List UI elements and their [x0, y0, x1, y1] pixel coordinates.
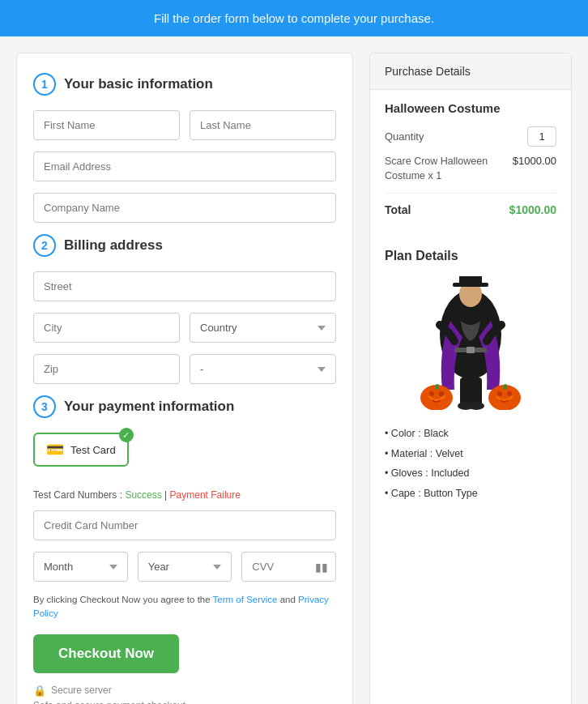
zip-input[interactable] [33, 354, 180, 384]
total-label: Total [385, 203, 411, 216]
email-input[interactable] [33, 151, 336, 181]
lock-icon: 🔒 [33, 685, 46, 697]
email-row [33, 151, 336, 181]
first-name-input[interactable] [33, 110, 180, 140]
section2-title: Billing address [64, 237, 163, 254]
right-panel: Purchase Details Halloween Costume Quant… [369, 53, 572, 704]
year-select[interactable]: Year 2024 2025 [138, 552, 232, 582]
purchase-content: Halloween Costume Quantity 1 Scare Crow … [370, 90, 571, 241]
terms-middle: and [280, 595, 298, 604]
left-panel: 1 Your basic information [16, 53, 353, 704]
terms-of-service-link[interactable]: Term of Service [213, 595, 278, 604]
svg-rect-6 [460, 378, 471, 406]
secure-server-text: Secure server [51, 685, 112, 696]
credit-card-icon: 💳 [46, 441, 64, 459]
item-price: $1000.00 [513, 155, 556, 167]
last-name-field [190, 110, 336, 140]
checkout-button[interactable]: Checkout Now [33, 634, 179, 673]
month-select[interactable]: Month 01 02 03 [33, 552, 128, 582]
month-field: Month 01 02 03 [33, 552, 128, 582]
year-field: Year 2024 2025 [138, 552, 232, 582]
card-option[interactable]: 💳 Test Card ✓ [33, 433, 129, 467]
last-name-input[interactable] [190, 110, 336, 140]
company-row [33, 193, 336, 223]
link-success[interactable]: Success [125, 489, 161, 501]
company-input[interactable] [33, 193, 336, 223]
section2-number: 2 [33, 234, 56, 257]
item-name: Scare Crow Halloween Costume x 1 [385, 155, 513, 183]
email-field [33, 151, 336, 181]
cvv-icon: ▮▮ [315, 561, 328, 574]
street-row [33, 271, 336, 301]
purchase-details-header: Purchase Details [370, 53, 571, 90]
svg-point-13 [439, 391, 444, 396]
month-year-cvv-row: Month 01 02 03 Year 2024 2025 ▮▮ [33, 552, 336, 582]
city-country-row: Country United States United Kingdom [33, 313, 336, 343]
total-amount: $1000.00 [509, 203, 556, 216]
link-failure[interactable]: Payment Failure [170, 489, 241, 501]
state-select[interactable]: - [190, 354, 336, 384]
item-row: Scare Crow Halloween Costume x 1 $1000.0… [385, 155, 556, 194]
credit-card-row [33, 510, 336, 540]
section3-header: 3 Your payment information [33, 395, 336, 418]
plan-details-title: Plan Details [370, 241, 571, 268]
svg-point-17 [507, 391, 512, 396]
svg-rect-7 [471, 378, 482, 406]
feature-material: • Material : Velvet [385, 445, 556, 463]
city-field [33, 313, 180, 343]
street-input[interactable] [33, 271, 336, 301]
card-check-icon: ✓ [119, 428, 134, 442]
costume-image-area [370, 268, 571, 418]
product-title: Halloween Costume [385, 101, 556, 115]
svg-point-12 [429, 391, 434, 396]
svg-rect-11 [436, 384, 439, 390]
banner-text: Fill the order form below to complete yo… [154, 11, 434, 25]
svg-point-9 [468, 402, 484, 410]
quantity-row: Quantity 1 [385, 126, 556, 147]
quantity-label: Quantity [385, 130, 424, 143]
first-name-field [33, 110, 180, 140]
secure-info: 🔒 Secure server [33, 685, 336, 697]
section1-header: 1 Your basic information [33, 73, 336, 96]
city-input[interactable] [33, 313, 180, 343]
zip-field [33, 354, 180, 384]
costume-svg [414, 276, 527, 410]
svg-rect-3 [459, 276, 482, 286]
section3-number: 3 [33, 395, 56, 418]
section2-header: 2 Billing address [33, 234, 336, 257]
feature-cape: • Cape : Button Type [385, 484, 556, 503]
card-option-wrapper[interactable]: 💳 Test Card ✓ [33, 433, 336, 478]
credit-card-input[interactable] [33, 510, 336, 540]
terms-text: By clicking Checkout Now you agree to th… [33, 593, 336, 621]
country-select[interactable]: Country United States United Kingdom [190, 313, 336, 343]
cvv-field: ▮▮ [241, 552, 336, 582]
test-card-prefix: Test Card Numbers : [33, 489, 122, 501]
section1-number: 1 [33, 73, 56, 96]
terms-prefix: By clicking Checkout Now you agree to th… [33, 595, 213, 604]
product-features: • Color : Black • Material : Velvet • Gl… [370, 418, 571, 510]
state-field: - [190, 354, 336, 384]
test-card-info: Test Card Numbers : Success | Payment Fa… [33, 489, 336, 501]
card-option-label: Test Card [70, 444, 116, 456]
zip-state-row: - [33, 354, 336, 384]
secure-text: Safe and secure payment checkout. [33, 700, 336, 705]
name-row [33, 110, 336, 140]
credit-card-field [33, 510, 336, 540]
country-field: Country United States United Kingdom [190, 313, 336, 343]
section1-title: Your basic information [64, 76, 213, 92]
company-field [33, 193, 336, 223]
section3-title: Your payment information [64, 399, 234, 415]
top-banner: Fill the order form below to complete yo… [0, 0, 588, 36]
svg-rect-15 [504, 384, 507, 390]
svg-point-16 [497, 391, 502, 396]
street-field [33, 271, 336, 301]
total-row: Total $1000.00 [385, 203, 556, 216]
feature-color: • Color : Black [385, 425, 556, 443]
svg-rect-5 [467, 347, 475, 353]
feature-gloves: • Gloves : Included [385, 464, 556, 483]
quantity-box: 1 [527, 126, 556, 147]
